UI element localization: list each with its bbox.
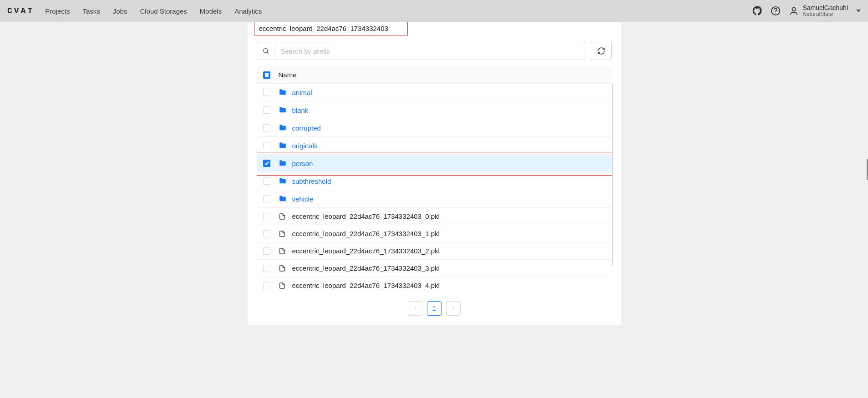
folder-row[interactable]: animal (257, 84, 612, 101)
file-row[interactable]: eccentric_leopard_22d4ac76_1734332403_4.… (257, 277, 612, 294)
pagination: 1 (257, 301, 612, 316)
folder-row[interactable]: blank (257, 101, 612, 119)
folder-name[interactable]: corrupted (292, 124, 321, 132)
file-name[interactable]: eccentric_leopard_22d4ac76_1734332403_4.… (292, 282, 440, 289)
row-checkbox[interactable] (263, 177, 270, 185)
folder-name[interactable]: blank (292, 106, 309, 114)
file-name[interactable]: eccentric_leopard_22d4ac76_1734332403_1.… (292, 230, 440, 237)
folder-name[interactable]: vehicle (292, 195, 314, 203)
pagination-prev[interactable] (408, 301, 422, 316)
folder-icon (279, 195, 288, 203)
row-checkbox[interactable] (263, 142, 270, 149)
search-input[interactable] (275, 42, 585, 60)
folder-row[interactable]: corrupted (257, 119, 612, 137)
refresh-button[interactable] (591, 42, 612, 60)
file-icon (279, 213, 288, 220)
file-row[interactable]: eccentric_leopard_22d4ac76_1734332403_3.… (257, 260, 612, 277)
folder-row[interactable]: subthreshold (257, 172, 612, 190)
folder-icon (279, 88, 288, 96)
folder-row[interactable]: person (257, 155, 612, 172)
svg-line-4 (267, 52, 269, 54)
nav-analytics[interactable]: Analytics (234, 7, 262, 15)
file-browser-panel: eccentric_leopard_22d4ac76_1734332403 Na… (248, 22, 621, 325)
row-checkbox[interactable] (263, 124, 270, 131)
file-row[interactable]: eccentric_leopard_22d4ac76_1734332403_2.… (257, 242, 612, 260)
row-checkbox[interactable] (263, 247, 270, 255)
file-name[interactable]: eccentric_leopard_22d4ac76_1734332403_3.… (292, 264, 440, 272)
folder-icon (279, 106, 288, 114)
row-checkbox[interactable] (263, 89, 270, 96)
nav-cloud-storages[interactable]: Cloud Storages (140, 7, 187, 15)
svg-point-2 (792, 8, 796, 11)
file-icon (279, 282, 288, 289)
file-name[interactable]: eccentric_leopard_22d4ac76_1734332403_2.… (292, 247, 440, 255)
nav-projects[interactable]: Projects (45, 7, 70, 15)
user-name: SamuelGachuhi (802, 5, 848, 11)
folder-row[interactable]: vehicle (257, 190, 612, 208)
pagination-page-1[interactable]: 1 (427, 301, 442, 316)
folder-icon (279, 124, 288, 132)
file-icon (279, 230, 288, 237)
svg-point-3 (264, 49, 268, 53)
row-checkbox[interactable] (263, 230, 270, 237)
folder-icon (279, 177, 288, 185)
svg-point-1 (776, 13, 776, 13)
row-checkbox[interactable] (263, 160, 270, 167)
table-header: Name (257, 66, 612, 84)
folder-name[interactable]: originals (292, 142, 318, 150)
folder-name[interactable]: subthreshold (292, 177, 331, 185)
help-icon[interactable] (771, 6, 781, 16)
user-org: NaturalState (802, 11, 848, 17)
folder-name[interactable]: person (292, 160, 313, 167)
folder-icon (279, 159, 288, 167)
folder-row[interactable]: originals (257, 137, 612, 155)
user-icon (789, 6, 799, 16)
row-checkbox[interactable] (263, 195, 270, 202)
chevron-down-icon (856, 10, 861, 12)
file-row[interactable]: eccentric_leopard_22d4ac76_1734332403_0.… (257, 208, 612, 225)
folder-name[interactable]: animal (292, 89, 312, 96)
file-list: animalblankcorruptedoriginalspersonsubth… (257, 84, 612, 294)
search-box (257, 42, 585, 60)
main-nav: ProjectsTasksJobsCloud StoragesModelsAna… (45, 7, 262, 15)
file-icon (279, 247, 288, 255)
breadcrumb-current[interactable]: eccentric_leopard_22d4ac76_1734332403 (254, 22, 408, 35)
nav-tasks[interactable]: Tasks (82, 7, 100, 15)
header-right: SamuelGachuhi NaturalState (752, 5, 861, 18)
file-icon (279, 265, 288, 272)
user-menu[interactable]: SamuelGachuhi NaturalState (789, 5, 861, 18)
nav-jobs[interactable]: Jobs (113, 7, 127, 15)
nav-models[interactable]: Models (200, 7, 222, 15)
app-header: CVAT ProjectsTasksJobsCloud StoragesMode… (0, 0, 868, 22)
row-checkbox[interactable] (263, 282, 270, 289)
pagination-next[interactable] (446, 301, 461, 316)
brand-logo[interactable]: CVAT (7, 6, 34, 15)
file-row[interactable]: eccentric_leopard_22d4ac76_1734332403_1.… (257, 225, 612, 242)
select-all-checkbox[interactable] (263, 71, 270, 79)
file-name[interactable]: eccentric_leopard_22d4ac76_1734332403_0.… (292, 212, 440, 220)
folder-icon (279, 141, 288, 150)
search-icon (257, 42, 275, 60)
row-checkbox[interactable] (263, 106, 270, 114)
row-checkbox[interactable] (263, 213, 270, 220)
row-checkbox[interactable] (263, 265, 270, 272)
github-icon[interactable] (752, 6, 762, 16)
column-header-name[interactable]: Name (279, 71, 297, 79)
scrollbar[interactable] (612, 84, 613, 266)
